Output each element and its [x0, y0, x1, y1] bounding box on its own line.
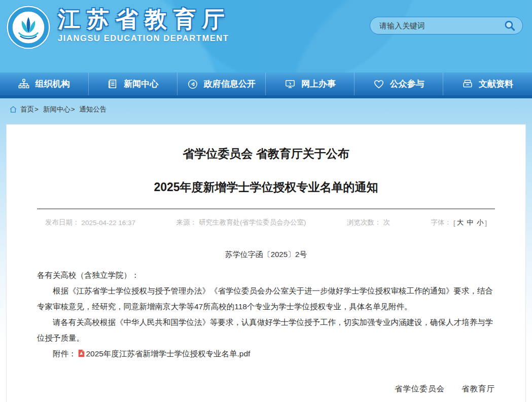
- news-doc-icon: [107, 79, 118, 90]
- nav-item-online-services[interactable]: 网上办事: [266, 72, 354, 95]
- view-count: 浏览次数： 次: [347, 218, 390, 227]
- breadcrumb: 首页> 新闻中心> 通知公告: [20, 105, 107, 114]
- salutation: 各有关高校（含独立学院）：: [37, 268, 495, 283]
- article-title-line1: 省学位委员会 省教育厅关于公布: [37, 125, 495, 161]
- paragraph: 请各有关高校根据《中华人民共和国学位法》等要求，认真做好学士学位授予工作，切实加…: [37, 314, 495, 346]
- breadcrumb-bar: 首页> 新闻中心> 通知公告: [0, 98, 532, 124]
- search-icon: [503, 19, 516, 32]
- info-circle-icon: [187, 79, 198, 90]
- search-input[interactable]: [379, 21, 502, 30]
- nav-label: 网上办事: [301, 78, 336, 90]
- archive-icon: [462, 79, 473, 90]
- nav-item-news-center[interactable]: 新闻中心: [89, 72, 178, 95]
- nav-item-gov-info-disclosure[interactable]: 政府信息公开: [178, 72, 266, 95]
- heart-icon: [373, 79, 384, 90]
- nav-item-public-participation[interactable]: 公众参与: [354, 72, 443, 95]
- home-icon: [9, 105, 17, 114]
- source-label: 来源：: [176, 218, 197, 227]
- view-count-label: 浏览次数：: [347, 218, 381, 227]
- attachment-label: 附件：: [53, 349, 77, 358]
- nav-item-organization[interactable]: 组织机构: [0, 72, 89, 95]
- site-title: 江苏省教育厅: [58, 7, 231, 31]
- source: 来源： 研究生教育处(省学位委员会办公室): [176, 218, 306, 227]
- font-size-small-button[interactable]: 小: [477, 218, 484, 227]
- nav-label: 文献资料: [479, 78, 513, 90]
- title-divider: [37, 208, 495, 209]
- breadcrumb-separator: >: [71, 105, 75, 113]
- search-button[interactable]: [502, 18, 517, 33]
- publish-date-value: 2025-04-22 16:37: [82, 219, 136, 227]
- jiangsu-education-emblem-icon: [5, 4, 52, 51]
- nav-label: 公众参与: [390, 78, 424, 90]
- pdf-icon: [78, 349, 85, 357]
- nav-item-document-resources[interactable]: 文献资料: [443, 72, 532, 95]
- site-header: 江苏省教育厅 JIANGSU EDUCATION DEPARTMENT: [0, 0, 532, 72]
- search-box[interactable]: [370, 17, 523, 34]
- bracket-open: [: [453, 219, 455, 227]
- brand-text: 江苏省教育厅 JIANGSU EDUCATION DEPARTMENT: [58, 4, 231, 43]
- bracket-close: ]: [485, 219, 487, 227]
- breadcrumb-separator: >: [34, 105, 39, 113]
- nav-label: 政府信息公开: [204, 78, 256, 90]
- site-logo-brand[interactable]: 江苏省教育厅 JIANGSU EDUCATION DEPARTMENT: [5, 4, 231, 51]
- monitor-icon: [285, 79, 296, 90]
- font-size-label: 字体：: [431, 218, 451, 227]
- attachment-line: 附件：2025年度江苏省新增学士学位授权专业名单.pdf: [37, 346, 495, 361]
- nav-label: 新闻中心: [124, 78, 158, 90]
- breadcrumb-home-link[interactable]: 首页: [20, 105, 34, 113]
- attachment-file-link[interactable]: 2025年度江苏省新增学士学位授权专业名单.pdf: [86, 349, 251, 358]
- nav-label: 组织机构: [35, 78, 69, 90]
- font-size-large-button[interactable]: 大: [457, 218, 464, 227]
- article-meta: 发布日期： 2025-04-22 16:37 来源： 研究生教育处(省学位委员会…: [37, 218, 495, 227]
- article-body: 根据《江苏省学士学位授权与授予管理办法》《省学位委员会办公室关于进一步做好学士学…: [37, 283, 495, 346]
- view-count-value: 次: [383, 218, 391, 227]
- breadcrumb-current-page: 通知公告: [79, 105, 107, 113]
- site-subtitle: JIANGSU EDUCATION DEPARTMENT: [58, 33, 231, 43]
- font-size-medium-button[interactable]: 中: [467, 218, 474, 227]
- document-number: 苏学位字函〔2025〕2号: [37, 250, 495, 260]
- org-chart-icon: [18, 79, 29, 90]
- article-card: 省学位委员会 省教育厅关于公布 2025年度新增学士学位授权专业名单的通知 发布…: [6, 124, 526, 402]
- breadcrumb-news-center-link[interactable]: 新闻中心: [43, 105, 70, 113]
- paragraph: 根据《江苏省学士学位授权与授予管理办法》《省学位委员会办公室关于进一步做好学士学…: [37, 283, 495, 314]
- signature-organizations: 省学位委员会 省教育厅: [37, 384, 495, 394]
- publish-date-label: 发布日期：: [45, 218, 80, 227]
- main-nav: 组织机构 新闻中心 政府信息公开 网上办事 公众参与: [0, 72, 532, 95]
- font-size-switcher: 字体： [ 大 中 小 ]: [431, 218, 487, 227]
- source-value: 研究生教育处(省学位委员会办公室): [199, 218, 306, 227]
- article-title-line2: 2025年度新增学士学位授权专业名单的通知: [37, 161, 495, 195]
- publish-date: 发布日期： 2025-04-22 16:37: [45, 218, 135, 227]
